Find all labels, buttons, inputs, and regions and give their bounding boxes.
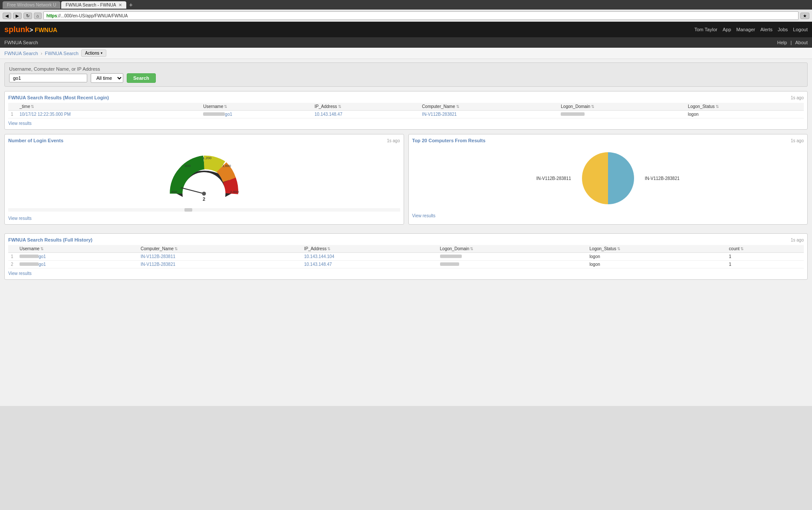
bookmark-button[interactable]: ★ [800,13,809,19]
computer-link[interactable]: IN-V112B-283821 [141,262,175,267]
col-num [8,103,17,111]
col-count: count⇅ [727,245,804,253]
splunk-nav-right: Tom Taylor App Manager Alerts Jobs Logou… [694,27,808,32]
breadcrumb-current[interactable]: FWNUA Search [45,51,79,56]
recent-table-header-row: _time⇅ Username⇅ IP_Address⇅ Computer_Na… [8,103,804,111]
sort-icon[interactable]: ⇅ [327,247,331,251]
computer-link[interactable]: IN-V112B-283811 [141,254,175,259]
panel-history-title: FWNUA Search Results (Full History) [8,237,92,242]
sort-icon[interactable]: ⇅ [591,105,595,109]
nav-logout-link[interactable]: Logout [793,27,808,32]
sort-icon[interactable]: ⇅ [740,247,744,251]
app-name: > FWNUA [30,26,57,33]
sort-icon[interactable]: ⇅ [174,247,178,251]
cell-computer: IN-V112B-283821 [138,261,302,268]
help-link[interactable]: Help [777,40,787,45]
svg-point-7 [202,192,206,196]
col-ipaddress: IP_Address⇅ [312,103,420,111]
back-button[interactable]: ◀ [3,13,11,19]
cell-computer: IN-V112B-283811 [138,253,302,261]
col-ip: IP_Address⇅ [302,245,437,253]
search-label: Username, Computer Name, or IP Address [9,66,803,72]
history-table: Username⇅ Computer_Name⇅ IP_Address⇅ Log… [8,245,804,268]
tab-active[interactable]: FWNUA Search - FWNUA ✕ [61,1,126,9]
cell-count: 1 [727,261,804,268]
row-num: 1 [8,111,17,118]
cell-ip: 10.143.148.47 [302,261,437,268]
sort-icon[interactable]: ⇅ [338,105,342,109]
panel-pie-header: Top 20 Computers From Results 1s ago [412,138,804,143]
col-username: Username⇅ [17,245,138,253]
view-results-history[interactable]: View results [8,271,32,276]
col-logonstatus: Logon_Status⇅ [685,103,804,111]
new-tab-icon[interactable]: + [129,1,132,8]
about-link[interactable]: About [795,40,808,45]
subnav-sep: | [790,40,792,45]
pie-chart [580,150,636,206]
home-button[interactable]: ⌂ [34,13,42,19]
splunk-logo: splunk> FWNUA [4,25,57,34]
svg-text:1,200: 1,200 [203,156,212,160]
view-results-pie[interactable]: View results [412,213,436,218]
col-computer: Computer_Name⇅ [138,245,302,253]
username-link[interactable]: go1 [39,254,46,259]
ip-link[interactable]: 10.143.144.104 [304,254,335,259]
time-link[interactable]: 10/17/12 12:22:35.000 PM [20,112,71,117]
forward-button[interactable]: ▶ [13,13,22,19]
panel-recent: FWNUA Search Results (Most Recent Login)… [4,91,808,130]
subnav-right: Help | About [777,40,808,45]
cell-domain [437,261,587,268]
cell-time: 10/17/12 12:22:35.000 PM [17,111,201,118]
username-link[interactable]: go1 [39,262,46,267]
splunk-topbar: splunk> FWNUA Tom Taylor App Manager Ale… [0,22,812,37]
cell-username: go1 [17,261,138,268]
table-row: 1 go1 IN-V112B-283811 10.143.144.104 log… [8,253,804,261]
cell-ip: 10.143.144.104 [302,253,437,261]
search-button[interactable]: Search [127,73,156,83]
ip-link[interactable]: 10.143.148.47 [304,262,332,267]
sort-icon[interactable]: ⇅ [40,247,44,251]
nav-jobs-link[interactable]: Jobs [778,27,788,32]
computer-link[interactable]: IN-V112B-283821 [422,112,457,117]
nav-manager-link[interactable]: Manager [736,27,755,32]
sort-icon[interactable]: ⇅ [456,105,460,109]
row-num: 2 [8,261,17,268]
panel-gauge-header: Number of Login Events 1s ago [8,138,400,143]
cell-username: go1 [17,253,138,261]
gauge-scrollbar [8,208,400,212]
sort-icon[interactable]: ⇅ [617,247,621,251]
ip-link[interactable]: 10.143.148.47 [315,112,342,117]
gauge-chart: 400 800 1,200 1,600 2,000 2 [165,150,243,202]
search-section: Username, Computer Name, or IP Address A… [4,62,808,87]
sort-icon[interactable]: ⇅ [716,105,719,109]
panel-gauge-title: Number of Login Events [8,138,63,143]
close-icon[interactable]: ✕ [118,3,122,7]
table-row: 1 10/17/12 12:22:35.000 PM go1 10.143.14… [8,111,804,118]
search-input[interactable] [9,74,87,82]
panel-pie-time: 1s ago [791,138,804,143]
https-label: https [46,13,57,18]
nav-app-link[interactable]: App [723,27,731,32]
reload-button[interactable]: ↻ [23,13,32,19]
redacted-username [203,112,225,116]
pie-label-right: IN-V112B-283821 [645,176,680,181]
redacted-domain2 [440,262,459,266]
nav-alerts-link[interactable]: Alerts [760,27,773,32]
address-bar[interactable]: https ://...000/en-US/app/FWNUA/FWNUA [43,11,799,20]
col-num [8,245,17,253]
view-results-gauge[interactable]: View results [8,216,32,221]
panel-pie: Top 20 Computers From Results 1s ago IN-… [408,134,808,225]
sort-icon[interactable]: ⇅ [31,105,34,109]
sort-icon[interactable]: ⇅ [470,247,473,251]
actions-button[interactable]: Actions ▾ [81,49,106,57]
gauge-container: 400 800 1,200 1,600 2,000 2 [8,146,400,206]
tab-inactive[interactable]: Free Windows Network U [3,1,60,9]
svg-text:2: 2 [203,196,205,202]
breadcrumb-root[interactable]: FWNUA Search [4,51,38,56]
sort-icon[interactable]: ⇅ [224,105,227,109]
time-select[interactable]: All time [91,73,123,83]
col-logondomain: Logon_Domain⇅ [558,103,685,111]
username-link[interactable]: go1 [203,112,232,117]
view-results-recent[interactable]: View results [8,121,32,126]
cell-status: logon [587,253,726,261]
